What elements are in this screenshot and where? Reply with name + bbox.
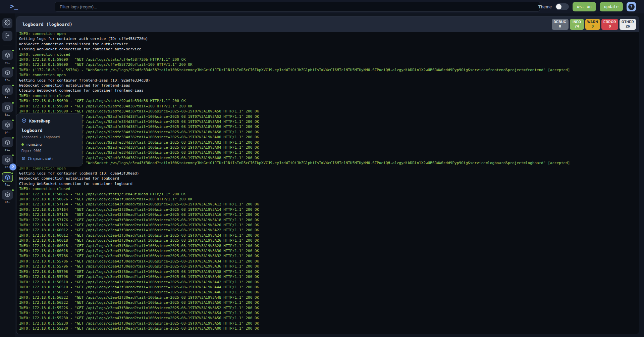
- log-line: INFO: 172.18.0.1:56510 - "GET /api/logs/…: [19, 280, 639, 285]
- container-label: ka…: [5, 113, 10, 116]
- topbar-controls: Theme ws: on update ?: [538, 0, 636, 13]
- log-line: INFO: 172.18.0.1:59690 - "GET /api/logs/…: [19, 135, 639, 140]
- log-line: INFO: 172.18.0.1:59690 - "GET /api/logs/…: [19, 104, 639, 109]
- update-button[interactable]: update: [600, 2, 623, 11]
- level-badge[interactable]: ERROR 0: [601, 19, 618, 30]
- log-line: INFO: 172.18.0.1:59690 - "GET /api/logs/…: [19, 140, 639, 145]
- log-line: INFO: 172.18.0.1:60018 - "GET /api/logs/…: [19, 243, 639, 248]
- log-line: INFO: 172.18.0.1:56510 - "GET /api/logs/…: [19, 285, 639, 290]
- log-line: INFO: 172.18.0.1:55796 - "GET /api/logs/…: [19, 274, 639, 279]
- level-badge[interactable]: DEBUG 0: [552, 19, 569, 30]
- sidebar-container-item[interactable]: lo…: [1, 172, 13, 186]
- sidebar-container-list: au… fr…: [1, 50, 13, 207]
- level-badge[interactable]: OTHER 26: [620, 19, 636, 30]
- sidebar-divider: [3, 46, 12, 46]
- tooltip-title: Контейнер: [29, 119, 50, 124]
- question-icon: ?: [628, 4, 635, 10]
- terminal-icon: >_: [10, 2, 18, 10]
- settings-button[interactable]: [2, 18, 12, 28]
- log-line: INFO: 172.18.0.1:59690 - "GET /api/logs/…: [19, 109, 639, 114]
- log-line: INFO: 172.18.0.1:56522 - "GET /api/logs/…: [19, 290, 639, 295]
- log-line: INFO: 172.18.0.1:55230 - "GET /api/logs/…: [19, 326, 639, 331]
- running-status-dot: [11, 49, 14, 52]
- open-site-label: Открыть сайт: [28, 156, 53, 161]
- badge-count: 0: [592, 24, 594, 29]
- badge-label: OTHER: [622, 20, 634, 24]
- running-status-dot: [11, 66, 14, 69]
- sidebar-container-item[interactable]: fr…: [1, 67, 13, 82]
- log-line: INFO: connection closed: [19, 93, 639, 98]
- log-line: INFO: 172.18.0.1:55786 - "GET /api/logs/…: [19, 253, 639, 258]
- theme-toggle[interactable]: [555, 3, 569, 10]
- tooltip-header: Контейнер: [21, 118, 77, 124]
- level-badge[interactable]: WARN 0: [585, 19, 600, 30]
- log-line: Getting logs for container auth-service …: [19, 36, 639, 41]
- log-line: WebSocket connection established for aut…: [19, 42, 639, 47]
- log-line: INFO: connection closed: [19, 52, 639, 57]
- badge-label: DEBUG: [554, 20, 567, 24]
- log-line: INFO: 172.18.0.1:59690 - "GET /api/logs/…: [19, 98, 639, 103]
- log-line: INFO: 172.18.0.1:56522 - "GET /api/logs/…: [19, 295, 639, 300]
- container-label: us…: [5, 201, 10, 204]
- running-status-dot: [11, 154, 14, 157]
- log-line: INFO: 172.18.0.1:60018 - "GET /api/logs/…: [19, 238, 639, 243]
- sidebar-container-item[interactable]: us…: [1, 190, 13, 204]
- theme-toggle-knob: [556, 4, 561, 9]
- log-line: INFO: 172.18.0.1:57164 - "GET /api/logs/…: [19, 202, 639, 207]
- sidebar-container-item[interactable]: ka…: [1, 102, 13, 116]
- cube-icon: [21, 118, 26, 124]
- sidebar: au… fr…: [0, 13, 15, 337]
- logout-button[interactable]: [2, 31, 12, 41]
- log-output[interactable]: INFO: connection openGetting logs for co…: [16, 31, 639, 334]
- status-text: running: [26, 142, 42, 147]
- running-status-dot: [11, 136, 14, 139]
- level-badge[interactable]: INFO 74: [570, 19, 584, 30]
- log-line: INFO: 172.18.0.1:55226 - "GET /api/logs/…: [19, 310, 639, 316]
- log-line: INFO: 172.18.0.1:55226 - "GET /api/logs/…: [19, 305, 639, 310]
- log-line: Closing WebSocket connection for contain…: [19, 47, 639, 52]
- log-line: INFO: 172.18.0.1:60018 - "GET /api/logs/…: [19, 248, 639, 253]
- log-line: INFO: connection open: [19, 31, 639, 36]
- container-cube-icon: [2, 67, 13, 78]
- sidebar-container-item[interactable]: ka…: [1, 85, 13, 99]
- log-line: INFO: 172.18.0.1:59690 - "GET /api/logs/…: [19, 150, 639, 155]
- running-status-dot: [11, 119, 14, 122]
- open-site-link[interactable]: Открыть сайт: [21, 156, 77, 161]
- log-line: WebSocket connection established for fro…: [19, 83, 639, 88]
- log-line: INFO: 172.18.0.1:55230 - "GET /api/logs/…: [19, 316, 639, 321]
- log-line: INFO: 172.18.0.1:58676 - "GET /api/logs/…: [19, 192, 639, 197]
- ws-toggle-button[interactable]: ws: on: [573, 2, 596, 11]
- log-line: INFO: 172.18.0.1:59690 - "GET /api/logs/…: [19, 124, 639, 129]
- sidebar-container-item[interactable]: re…: [1, 137, 13, 151]
- log-line: Closing WebSocket connection for contain…: [19, 88, 639, 93]
- log-line: INFO: 172.18.0.1:58676 - "GET /api/logs/…: [19, 197, 639, 202]
- sidebar-container-item[interactable]: au…: [1, 50, 13, 64]
- logout-icon: [5, 33, 10, 40]
- log-line: INFO: 172.18.0.1:59690 - "GET /api/logs/…: [19, 119, 639, 124]
- sidebar-expand-button[interactable]: [8, 162, 17, 172]
- log-line: INFO: 172.18.0.1:55796 - "GET /api/logs/…: [19, 269, 639, 274]
- log-line: Getting logs for container frontend-iaas…: [19, 78, 639, 83]
- log-line: WebSocket connection established for log…: [19, 176, 639, 181]
- help-button[interactable]: ?: [627, 2, 636, 11]
- status-dot-icon: [21, 143, 24, 146]
- container-label: ka…: [5, 96, 10, 99]
- badge-label: WARN: [587, 20, 598, 24]
- log-line: INFO: 172.18.0.1:59690 - "GET /api/logs/…: [19, 62, 639, 67]
- filter-input[interactable]: [55, 2, 540, 12]
- container-label: fr…: [5, 79, 10, 82]
- log-line: INFO: connection open: [19, 166, 639, 171]
- container-label: lo…: [5, 183, 10, 186]
- container-cube-icon: [2, 172, 13, 182]
- running-status-dot: [11, 101, 14, 104]
- log-line: INFO: 172.18.0.1:59690 - "GET /api/logs/…: [19, 155, 639, 160]
- tooltip-status: running: [21, 142, 77, 147]
- log-line: INFO: connection closed: [19, 186, 639, 191]
- container-label: re…: [5, 148, 10, 151]
- badge-label: INFO: [573, 20, 581, 24]
- sidebar-container-item[interactable]: po…: [1, 120, 13, 134]
- log-line: INFO: ('172.18.0.1', 58682) - "WebSocket…: [19, 160, 639, 165]
- tooltip-port: Порт: 9001: [21, 149, 77, 153]
- log-panel-header: logboard (logboard) DEBUG 0 INFO 74 WARN…: [16, 16, 639, 32]
- log-line: INFO: 172.18.0.1:55786 - "GET /api/logs/…: [19, 259, 639, 264]
